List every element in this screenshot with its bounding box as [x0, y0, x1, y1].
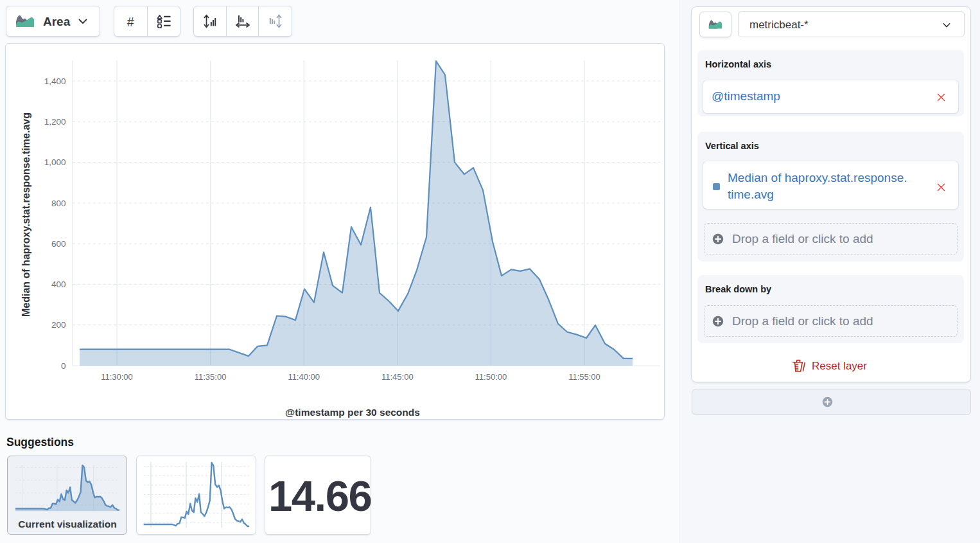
svg-text:11:35:00: 11:35:00 — [195, 372, 227, 382]
svg-text:600: 600 — [51, 239, 66, 249]
svg-text:400: 400 — [51, 280, 66, 289]
svg-text:@timestamp per 30 seconds: @timestamp per 30 seconds — [285, 407, 420, 418]
svg-text:11:30:00: 11:30:00 — [101, 372, 133, 382]
svg-text:1,400: 1,400 — [44, 76, 66, 86]
svg-text:11:50:00: 11:50:00 — [475, 372, 507, 382]
svg-text:1,200: 1,200 — [44, 117, 66, 127]
svg-text:800: 800 — [51, 199, 66, 208]
svg-text:0: 0 — [61, 361, 66, 371]
svg-text:200: 200 — [51, 320, 66, 330]
svg-text:Median of haproxy.stat.respons: Median of haproxy.stat.response.time.avg — [21, 112, 31, 317]
svg-text:11:40:00: 11:40:00 — [288, 372, 320, 382]
svg-text:11:45:00: 11:45:00 — [381, 372, 414, 382]
svg-text:1,000: 1,000 — [44, 157, 66, 167]
svg-text:11:55:00: 11:55:00 — [568, 372, 600, 382]
